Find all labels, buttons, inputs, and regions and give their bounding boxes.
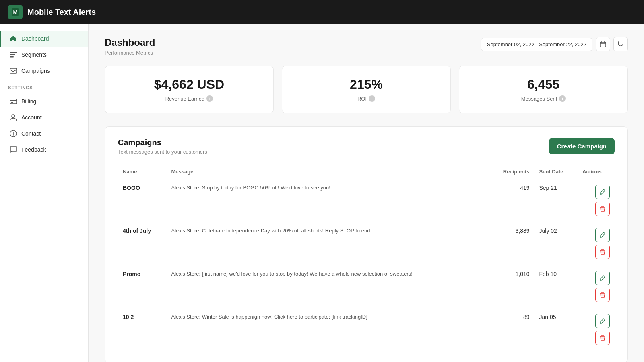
sidebar-item-contact[interactable]: Contact [0,125,88,142]
delete-campaign-button[interactable] [595,288,610,302]
segments-icon [9,51,17,59]
contact-icon [9,130,17,138]
sidebar-item-account[interactable]: Account [0,109,88,125]
revenue-value: $4,662 USD [118,77,260,92]
svg-rect-4 [10,56,14,58]
billing-icon [9,97,17,105]
campaigns-section: Campaigns Text messages sent to your cus… [105,126,628,362]
date-range-control: September 02, 2022 - September 22, 2022 [481,37,628,51]
refresh-button[interactable] [613,37,628,51]
edit-icon [599,275,606,281]
sidebar-label-campaigns: Campaigns [21,68,50,74]
campaigns-title: Campaigns [118,138,207,147]
campaign-actions [582,271,610,302]
campaign-actions [582,228,610,259]
metric-card-revenue: $4,662 USD Revenue Earned i [105,66,274,113]
campaign-message: Alex's Store: Winter Sale is happenign n… [171,314,453,320]
app-title: Mobile Text Alerts [27,8,96,17]
page-subtitle: Performance Metrics [105,50,155,56]
delete-campaign-button[interactable] [595,245,610,259]
sidebar-label-segments: Segments [21,51,47,58]
delete-campaign-button[interactable] [595,202,610,216]
edit-campaign-button[interactable] [595,185,610,199]
svg-rect-6 [10,99,17,104]
campaign-message: Alex's Store: [first name] we'd love for… [171,271,453,277]
account-icon [9,113,17,121]
main-content: Dashboard Performance Metrics September … [89,24,644,362]
col-header-sent-date: Sent Date [535,165,578,179]
messages-label: Messages Sent i [472,95,615,102]
edit-campaign-button[interactable] [595,228,610,242]
settings-section-label: SETTINGS [0,79,88,93]
campaigns-header: Campaigns Text messages sent to your cus… [118,138,615,155]
campaign-sent-date: July 02 [535,222,578,265]
campaign-name: 4th of July [123,228,161,234]
messages-info-icon[interactable]: i [559,95,566,102]
campaign-recipients: 3,889 [488,222,534,265]
campaign-name: 10 2 [123,314,161,320]
campaign-sent-date: Feb 10 [535,265,578,308]
campaign-name: Promo [123,271,161,277]
date-range-button[interactable]: September 02, 2022 - September 22, 2022 [481,38,592,51]
col-header-recipients: Recipients [488,165,534,179]
sidebar-item-dashboard[interactable]: Dashboard [0,31,88,47]
dashboard-title-group: Dashboard Performance Metrics [105,37,155,56]
svg-rect-3 [10,54,15,56]
svg-rect-8 [11,102,13,103]
revenue-info-icon[interactable]: i [206,95,213,102]
edit-icon [599,189,606,195]
page-title: Dashboard [105,37,155,48]
sidebar-label-billing: Billing [21,98,36,105]
sidebar-item-billing[interactable]: Billing [0,93,88,109]
app-logo: M [8,5,23,19]
metric-card-messages: 6,455 Messages Sent i [459,66,628,113]
campaign-sent-date: Jan 05 [535,308,578,351]
sidebar-item-segments[interactable]: Segments [0,47,88,63]
campaigns-table: Name Message Recipients Sent Date Action… [118,165,615,351]
delete-icon [600,206,605,212]
campaign-recipients: 89 [488,308,534,351]
campaigns-title-group: Campaigns Text messages sent to your cus… [118,138,207,155]
table-row: 4th of July Alex's Store: Celebrate Inde… [118,222,615,265]
sidebar: Dashboard Segments Campaigns SETTI [0,24,89,362]
edit-campaign-button[interactable] [595,314,610,328]
sidebar-label-account: Account [21,114,42,121]
roi-value: 215% [295,77,438,92]
sidebar-item-campaigns[interactable]: Campaigns [0,63,88,79]
delete-campaign-button[interactable] [595,331,610,345]
svg-text:M: M [13,9,18,15]
table-row: 10 2 Alex's Store: Winter Sale is happen… [118,308,615,351]
edit-icon [599,318,606,324]
svg-rect-5 [10,68,17,73]
sidebar-label-contact: Contact [21,130,41,137]
campaign-actions [582,314,610,345]
top-bar: M Mobile Text Alerts [0,0,644,24]
campaign-actions [582,185,610,216]
delete-icon [600,249,605,255]
edit-campaign-button[interactable] [595,271,610,285]
date-range-text: September 02, 2022 - September 22, 2022 [487,41,586,47]
campaign-recipients: 1,010 [488,265,534,308]
main-layout: Dashboard Segments Campaigns SETTI [0,24,644,362]
metrics-row: $4,662 USD Revenue Earned i 215% ROI i 6… [105,66,628,113]
dashboard-header: Dashboard Performance Metrics September … [105,37,628,56]
calendar-button[interactable] [596,37,610,51]
svg-rect-11 [600,42,606,47]
col-header-actions: Actions [578,165,615,179]
delete-icon [600,335,605,341]
sidebar-item-feedback[interactable]: Feedback [0,142,88,158]
svg-rect-2 [10,52,17,53]
campaigns-subtitle: Text messages sent to your customers [118,149,207,155]
create-campaign-button[interactable]: Create Campaign [549,138,615,154]
campaign-name: BOGO [123,185,161,191]
sidebar-label-feedback: Feedback [21,146,46,153]
roi-info-icon[interactable]: i [369,95,375,102]
home-icon [9,35,17,43]
metric-card-roi: 215% ROI i [282,66,451,113]
col-header-name: Name [118,165,166,179]
campaign-message: Alex's Store: Celebrate Independence Day… [171,228,453,234]
table-row: Promo Alex's Store: [first name] we'd lo… [118,265,615,308]
roi-label: ROI i [295,95,438,102]
table-row: BOGO Alex's Store: Stop by today for BOG… [118,179,615,222]
campaign-message: Alex's Store: Stop by today for BOGO 50%… [171,185,453,191]
